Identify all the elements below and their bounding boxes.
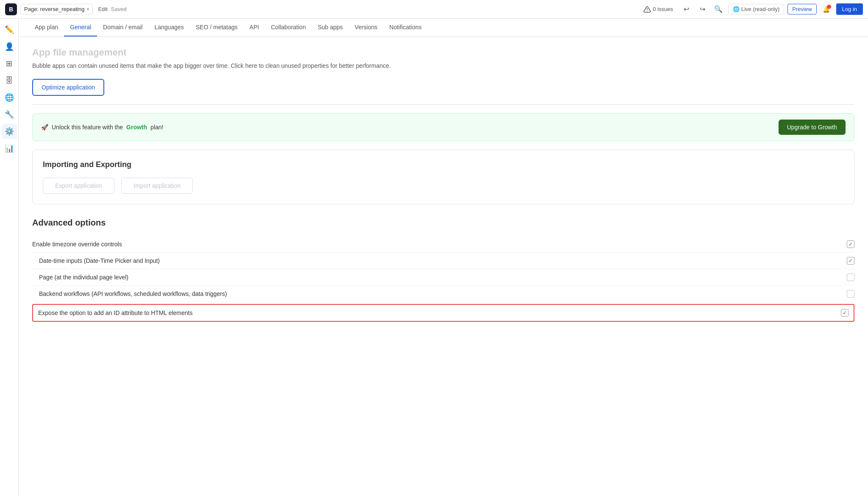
subnav-item-notifications[interactable]: Notifications [384,19,428,36]
notification-badge [827,5,831,9]
divider [32,104,854,105]
sidebar-item-tools[interactable]: 🔧 [2,107,17,122]
undo-button[interactable]: ↩ [680,3,693,16]
subnav: App plan General Domain / email Language… [19,19,868,37]
export-button[interactable]: Export application [43,178,114,194]
section-title: App file management [32,47,854,58]
checkbox-backend[interactable] [847,290,854,298]
subnav-item-domain[interactable]: Domain / email [97,19,148,36]
sidebar-item-chart[interactable]: 📊 [2,141,17,156]
login-button[interactable]: Log in [836,3,863,15]
preview-button[interactable]: Preview [787,4,816,14]
page-name: Page: reverse_repeating [24,6,84,12]
advanced-title: Advanced options [32,218,854,228]
sidebar-item-globe[interactable]: 🌐 [2,90,17,105]
subnav-item-languages[interactable]: Languages [148,19,189,36]
subnav-item-collaboration[interactable]: Collaboration [265,19,312,36]
subnav-item-api[interactable]: API [244,19,265,36]
checkbox-datetime[interactable] [847,257,854,265]
subnav-item-sub-apps[interactable]: Sub apps [312,19,349,36]
growth-banner-text: 🚀 Unlock this feature with the Growth pl… [41,124,163,131]
edit-label: Edit [98,6,107,12]
live-label: Live (read-only) [741,6,779,12]
option-row-timezone: Enable timezone override controls [32,236,854,253]
sidebar-item-users[interactable]: 👤 [2,39,17,54]
globe-icon: 🌐 [733,6,740,12]
option-label-html-id: Expose the option to add an ID attribute… [38,309,192,316]
sidebar-item-components[interactable]: ⊞ [2,56,17,71]
growth-banner: 🚀 Unlock this feature with the Growth pl… [32,113,854,141]
banner-text-prefix: Unlock this feature with the [52,124,123,131]
subnav-item-app-plan[interactable]: App plan [29,19,64,36]
import-export-buttons: Export application Import application [43,178,844,194]
checkbox-html-id[interactable] [841,309,849,317]
topbar: B Page: reverse_repeating ▾ Edit Saved 0… [0,0,868,19]
main-content: App plan General Domain / email Language… [19,19,868,496]
notification-button[interactable]: 🔔 [820,3,833,16]
sidebar-item-database[interactable]: 🗄 [2,73,17,88]
option-label-backend: Backend workflows (API workflows, schedu… [32,290,227,297]
sidebar-item-settings[interactable]: ⚙️ [2,124,17,139]
app-logo: B [5,3,17,15]
app-layout: ✏️ 👤 ⊞ 🗄 🌐 🔧 ⚙️ 📊 App plan General Domai… [0,19,868,496]
option-row-backend: Backend workflows (API workflows, schedu… [32,286,854,302]
subnav-item-versions[interactable]: Versions [349,19,384,36]
import-button[interactable]: Import application [121,178,193,194]
option-label-timezone: Enable timezone override controls [32,241,122,248]
banner-text-suffix: plan! [150,124,163,131]
upgrade-button[interactable]: Upgrade to Growth [779,120,846,135]
subnav-item-general[interactable]: General [64,19,97,36]
live-indicator[interactable]: 🌐 Live (read-only) [728,4,784,14]
content-area: App file management Bubble apps can cont… [19,37,868,496]
warning-icon [643,6,651,13]
issues-count: 0 issues [653,6,673,12]
option-label-page: Page (at the individual page level) [32,274,128,281]
plan-name: Growth [126,124,147,131]
import-export-section: Importing and Exporting Export applicati… [32,150,854,204]
saved-status: Saved [111,6,127,12]
subnav-item-seo[interactable]: SEO / metatags [190,19,244,36]
import-export-title: Importing and Exporting [43,160,844,169]
option-label-datetime: Date-time inputs (Date-Time Picker and I… [32,257,160,264]
checkbox-timezone[interactable] [847,240,854,248]
section-description: Bubble apps can contain unused items tha… [32,61,854,70]
optimize-button[interactable]: Optimize application [32,79,104,96]
checkbox-page[interactable] [847,273,854,281]
page-selector[interactable]: Page: reverse_repeating ▾ [20,4,93,14]
chevron-down-icon: ▾ [87,7,89,11]
rocket-icon: 🚀 [41,124,48,131]
option-row-datetime: Date-time inputs (Date-Time Picker and I… [32,253,854,269]
sidebar-item-edit[interactable]: ✏️ [2,22,17,37]
option-row-page: Page (at the individual page level) [32,269,854,286]
redo-button[interactable]: ↪ [696,3,709,16]
option-row-html-id: Expose the option to add an ID attribute… [32,304,854,322]
sidebar: ✏️ 👤 ⊞ 🗄 🌐 🔧 ⚙️ 📊 [0,19,19,496]
issues-indicator[interactable]: 0 issues [640,4,676,15]
search-button[interactable]: 🔍 [712,3,725,16]
